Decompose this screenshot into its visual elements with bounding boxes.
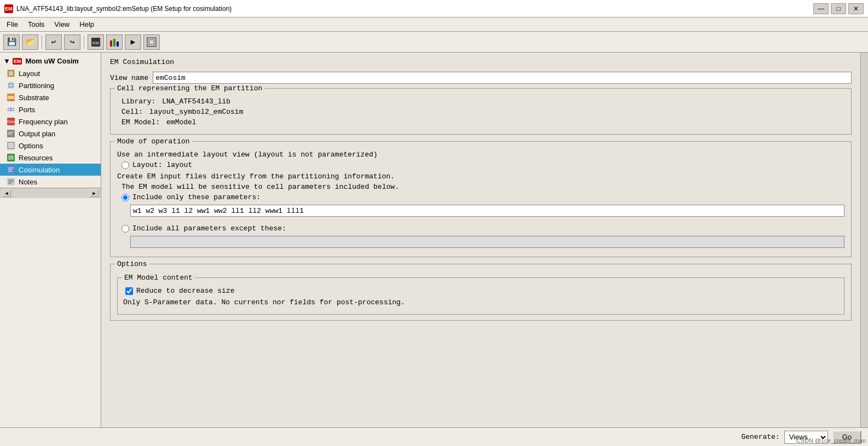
sidebar-item-resources[interactable]: Resources	[0, 152, 101, 164]
sidebar-item-output-plan-label: Output plan	[19, 130, 55, 138]
right-edge-bar	[860, 53, 868, 427]
main-layout: ▼ EM Mom uW Cosim Layout Partitioning Su…	[0, 53, 868, 427]
menu-tools[interactable]: Tools	[24, 19, 49, 30]
watermark: CSDN @1ce_cream_man	[796, 437, 866, 444]
layout-button[interactable]	[143, 34, 160, 50]
sidebar-scroll-left[interactable]: ◀	[2, 189, 11, 197]
params-input-container	[117, 205, 844, 220]
svg-rect-4	[117, 42, 119, 47]
main-section-title: EM Cosimulation	[110, 58, 852, 66]
menu-view[interactable]: View	[50, 19, 74, 30]
cell-label: Cell:	[121, 108, 143, 116]
sidebar-item-substrate[interactable]: Substrate	[0, 91, 101, 103]
content-panel: EM Cosimulation View name Cell represent…	[101, 53, 860, 427]
radio-layout-label: Layout: layout	[132, 161, 192, 169]
view-name-input[interactable]	[153, 72, 852, 84]
em-icon: EM	[91, 37, 101, 47]
redo-button[interactable]: ↪	[64, 34, 80, 50]
tree-expand-icon: ▼	[3, 57, 10, 65]
cell-partition-group-title: Cell representing the EM partition	[115, 84, 264, 92]
view-name-row: View name	[110, 72, 852, 84]
toolbar-separator-2	[84, 36, 84, 49]
svg-text:EM: EM	[92, 40, 99, 45]
sidebar-root[interactable]: ▼ EM Mom uW Cosim	[0, 55, 101, 67]
sidebar-item-frequency-plan[interactable]: GHz Frequency plan	[0, 115, 101, 128]
menu-help[interactable]: Help	[75, 19, 99, 30]
app-icon: EM	[4, 4, 13, 13]
ports-icon	[7, 105, 15, 114]
mode-group: Mode of operation Use an intermediate la…	[110, 141, 852, 257]
em-model-info: EM Model: emModel	[117, 118, 844, 126]
params-except-input[interactable]	[130, 236, 844, 248]
mode-group-title: Mode of operation	[115, 137, 192, 146]
view-name-label: View name	[110, 74, 148, 82]
output-plan-icon	[7, 129, 15, 138]
chart-button[interactable]	[106, 34, 123, 50]
minimize-button[interactable]: —	[813, 3, 829, 14]
svg-rect-14	[8, 96, 14, 99]
em-button[interactable]: EM	[88, 34, 104, 50]
mode-line2: Create EM input files directly from the …	[117, 172, 844, 181]
undo-button[interactable]: ↩	[45, 34, 62, 50]
em-model-content-title: EM Model content	[122, 274, 195, 282]
menu-file[interactable]: File	[2, 19, 22, 30]
em-model-content-group: EM Model content Reduce to decrease size…	[117, 277, 844, 315]
sidebar-item-layout-label: Layout	[19, 69, 40, 78]
cell-partition-group: Cell representing the EM partition Libra…	[110, 88, 852, 135]
open-button[interactable]: 📂	[22, 34, 38, 50]
cosimulation-icon	[7, 165, 15, 174]
sidebar-item-resources-label: Resources	[19, 154, 53, 162]
sidebar-scroll-right[interactable]: ▶	[90, 189, 99, 197]
layout-icon	[147, 37, 157, 47]
svg-point-17	[11, 108, 14, 111]
radio-include-only-row: Include only these parameters:	[117, 193, 844, 201]
mode-description-1: Use an intermediate layout view (layout …	[117, 150, 378, 159]
options-icon	[7, 141, 15, 150]
svg-rect-3	[113, 39, 115, 47]
toolbar-separator-1	[42, 36, 42, 49]
svg-rect-2	[110, 40, 112, 47]
mode-description-2: Create EM input files directly from the …	[117, 172, 395, 181]
svg-text:GHz: GHz	[7, 120, 15, 124]
sidebar-item-options[interactable]: Options	[0, 140, 101, 152]
sidebar-item-partitioning[interactable]: Partitioning	[0, 79, 101, 91]
em-model-label: EM Model:	[121, 118, 160, 126]
radio-layout[interactable]	[121, 161, 129, 169]
sidebar-item-frequency-plan-label: Frequency plan	[19, 118, 68, 126]
reduce-checkbox[interactable]	[125, 287, 133, 295]
em-model-value: emModel	[166, 118, 196, 126]
substrate-icon	[7, 93, 15, 102]
radio-include-all-except-row: Include all parameters except these:	[117, 224, 844, 233]
cell-info: Cell: layout_symbol2_emCosim	[117, 108, 844, 116]
sidebar-item-layout[interactable]: Layout	[0, 67, 101, 79]
save-button[interactable]: 💾	[3, 34, 20, 50]
title-bar: EM LNA_ATF54143_lib:layout_symbol2:emSet…	[0, 0, 868, 18]
partitioning-icon	[7, 81, 15, 90]
options-group: Options EM Model content Reduce to decre…	[110, 264, 852, 321]
sidebar-item-cosimulation[interactable]: Cosimulation	[0, 164, 101, 176]
radio-include-all-except[interactable]	[121, 225, 129, 233]
radio-include-only-label: Include only these parameters:	[132, 193, 261, 201]
menu-bar: File Tools View Help	[0, 18, 868, 32]
library-value: LNA_ATF54143_lib	[162, 97, 230, 106]
maximize-button[interactable]: □	[831, 3, 846, 14]
sidebar-item-ports[interactable]: Ports	[0, 103, 101, 115]
run-button[interactable]: ▶	[125, 34, 141, 50]
frequency-plan-icon: GHz	[7, 117, 15, 126]
params-include-only-input[interactable]	[130, 205, 844, 217]
close-button[interactable]: ✕	[848, 3, 864, 14]
info-text: Only S-Parameter data. No currents nor f…	[123, 298, 405, 306]
radio-include-only[interactable]	[121, 194, 129, 201]
sidebar-em-icon: EM	[13, 58, 22, 65]
reduce-checkbox-row: Reduce to decrease size	[123, 287, 838, 295]
sidebar-item-options-label: Options	[19, 142, 43, 150]
sidebar-item-notes[interactable]: Notes	[0, 176, 101, 188]
radio-layout-row: Layout: layout	[117, 161, 844, 169]
mode-line1: Use an intermediate layout view (layout …	[117, 150, 844, 159]
mode-description-3: The EM model will be sensitive to cell p…	[121, 183, 399, 191]
sidebar-item-substrate-label: Substrate	[19, 94, 49, 102]
library-info: Library: LNA_ATF54143_lib	[117, 97, 844, 106]
svg-rect-28	[8, 155, 14, 160]
sidebar-item-output-plan[interactable]: Output plan	[0, 128, 101, 140]
options-group-title: Options	[115, 260, 149, 268]
